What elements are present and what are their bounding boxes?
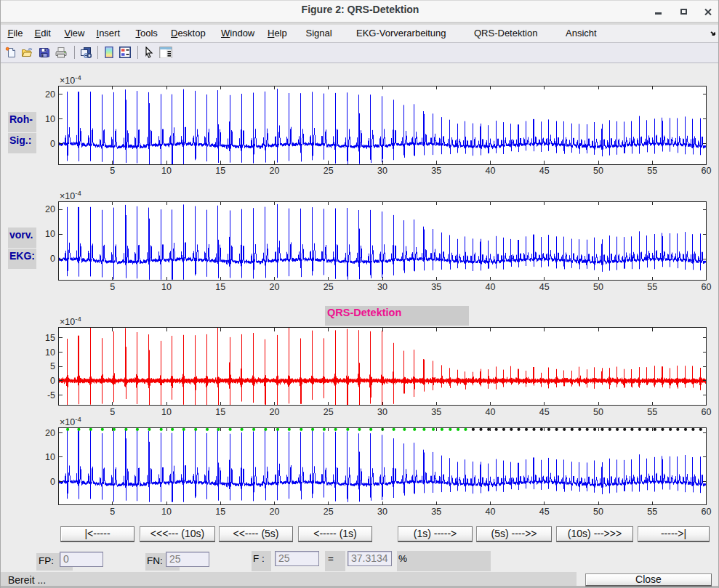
svg-text:60: 60: [702, 282, 712, 292]
svg-text:10: 10: [45, 114, 55, 124]
svg-text:45: 45: [539, 507, 550, 517]
svg-text:55: 55: [647, 407, 657, 417]
svg-text:25: 25: [324, 507, 334, 517]
svg-text:15: 15: [45, 333, 55, 343]
svg-text:30: 30: [377, 507, 387, 517]
svg-text:10: 10: [45, 452, 55, 462]
svg-text:5: 5: [50, 361, 55, 371]
svg-text:5: 5: [110, 166, 115, 176]
svg-text:45: 45: [539, 166, 550, 176]
svg-text:20: 20: [45, 428, 55, 438]
svg-text:15: 15: [215, 282, 225, 292]
svg-text:60: 60: [702, 166, 712, 176]
svg-text:×10-4: ×10-4: [60, 73, 81, 86]
svg-text:55: 55: [647, 282, 657, 292]
svg-text:15: 15: [215, 507, 225, 517]
svg-text:10: 10: [161, 166, 172, 176]
svg-text:5: 5: [110, 407, 115, 417]
svg-text:50: 50: [593, 282, 603, 292]
svg-text:10: 10: [161, 282, 172, 292]
svg-text:×10-4: ×10-4: [60, 315, 81, 327]
svg-text:40: 40: [486, 282, 496, 292]
svg-text:25: 25: [324, 166, 334, 176]
svg-text:×10-4: ×10-4: [60, 189, 81, 201]
svg-text:-5: -5: [47, 390, 55, 400]
svg-text:30: 30: [377, 166, 387, 176]
svg-text:5: 5: [110, 282, 115, 292]
svg-text:55: 55: [647, 507, 657, 517]
svg-text:20: 20: [45, 89, 55, 100]
svg-text:60: 60: [702, 507, 712, 517]
svg-text:20: 20: [270, 507, 280, 517]
svg-text:40: 40: [486, 166, 496, 176]
svg-text:25: 25: [324, 282, 334, 292]
svg-text:15: 15: [215, 166, 225, 176]
svg-text:50: 50: [593, 166, 603, 176]
svg-text:60: 60: [702, 407, 712, 417]
svg-text:35: 35: [431, 407, 441, 417]
svg-text:45: 45: [539, 282, 550, 292]
svg-text:40: 40: [486, 407, 496, 417]
svg-text:15: 15: [215, 407, 225, 417]
svg-text:55: 55: [647, 166, 657, 176]
svg-text:50: 50: [593, 407, 603, 417]
svg-text:0: 0: [50, 477, 55, 487]
svg-text:0: 0: [50, 139, 55, 149]
svg-text:35: 35: [431, 282, 441, 292]
svg-text:0: 0: [50, 254, 55, 264]
svg-text:×10-4: ×10-4: [60, 415, 81, 427]
svg-text:20: 20: [270, 407, 280, 417]
svg-text:10: 10: [161, 507, 172, 517]
svg-text:10: 10: [45, 347, 55, 358]
svg-text:0: 0: [50, 376, 55, 386]
svg-text:50: 50: [593, 507, 603, 517]
svg-text:45: 45: [539, 407, 550, 417]
svg-text:25: 25: [324, 407, 334, 417]
svg-text:10: 10: [45, 229, 55, 239]
svg-text:30: 30: [377, 407, 387, 417]
svg-text:35: 35: [431, 166, 441, 176]
svg-text:30: 30: [377, 282, 387, 292]
svg-text:20: 20: [270, 166, 280, 176]
svg-text:20: 20: [45, 204, 55, 214]
svg-text:20: 20: [270, 282, 280, 292]
svg-text:40: 40: [486, 507, 496, 517]
svg-text:35: 35: [431, 507, 441, 517]
svg-text:5: 5: [110, 507, 115, 517]
svg-text:10: 10: [161, 407, 172, 417]
